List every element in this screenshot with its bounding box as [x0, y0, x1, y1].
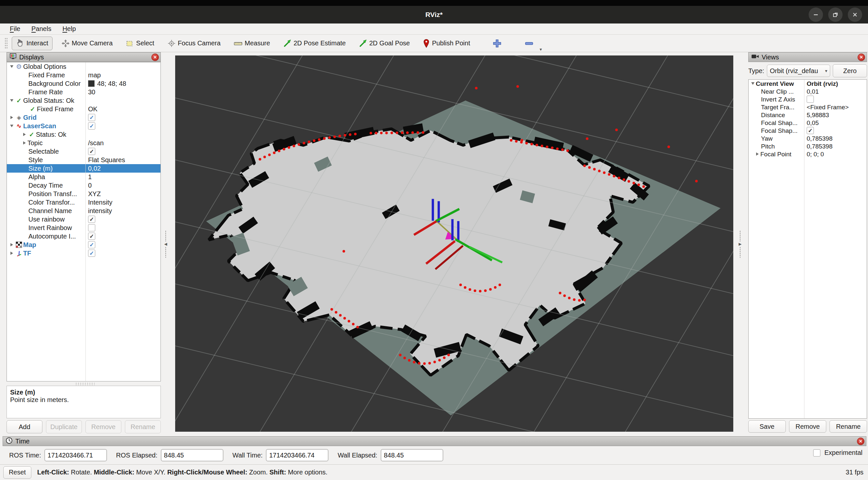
property-value[interactable]: 1: [88, 173, 92, 181]
checkbox-checked[interactable]: ✓: [88, 241, 95, 248]
menu-help[interactable]: Help: [62, 25, 76, 33]
expander-closed-icon[interactable]: [9, 116, 15, 119]
expander-open-icon[interactable]: [9, 99, 15, 102]
property-value[interactable]: map: [88, 71, 101, 79]
tool-minus-tool[interactable]: ▾: [520, 36, 538, 51]
expander-closed-icon[interactable]: [9, 243, 15, 246]
displays-row-invert-rainbow[interactable]: Invert Rainbow: [7, 223, 160, 232]
displays-row-color-transfor-[interactable]: Color Transfor...Intensity: [7, 198, 160, 207]
displays-add-button[interactable]: Add: [6, 420, 42, 433]
views-row-focal-shap-[interactable]: Focal Shap...✓: [749, 127, 867, 134]
displays-row-grid[interactable]: ◈Grid✓: [7, 113, 160, 122]
displays-row-position-transf-[interactable]: Position Transf...XYZ: [7, 189, 160, 198]
views-rename-button[interactable]: Rename: [830, 420, 867, 433]
time-field-input[interactable]: [266, 449, 329, 461]
displays-row-map[interactable]: Map✓: [7, 240, 160, 249]
property-value[interactable]: Orbit (rviz): [807, 80, 838, 87]
property-value[interactable]: <Fixed Frame>: [807, 103, 849, 111]
displays-row-laserscan[interactable]: ∿LaserScan✓: [7, 122, 160, 130]
time-close-button[interactable]: ✕: [857, 438, 864, 445]
displays-row-background-color[interactable]: Background Color48; 48; 48: [7, 79, 160, 88]
checkbox-checked[interactable]: ✓: [88, 122, 95, 129]
tool-publish-point[interactable]: Publish Point: [418, 36, 474, 51]
displays-row-style[interactable]: StyleFlat Squares: [7, 156, 160, 164]
displays-row-size-m-[interactable]: Size (m)0,02: [7, 164, 160, 173]
toolbar-drag-handle[interactable]: [5, 37, 8, 49]
property-value[interactable]: OK: [88, 105, 97, 113]
views-row-near-clip-[interactable]: Near Clip ...0,01: [749, 87, 867, 95]
property-value[interactable]: 0,05: [807, 119, 819, 127]
checkbox-unchecked[interactable]: [807, 96, 814, 103]
checkbox-checked[interactable]: ✓: [807, 127, 814, 134]
close-button[interactable]: [848, 7, 862, 22]
property-value[interactable]: 30: [88, 88, 95, 96]
property-value[interactable]: 0,02: [88, 164, 101, 173]
tool-2d-goal-pose[interactable]: 2D Goal Pose: [354, 36, 414, 50]
views-row-focal-point[interactable]: Focal Point0; 0; 0: [749, 150, 867, 158]
expander-open-icon[interactable]: [9, 125, 15, 127]
views-row-pitch[interactable]: Pitch0,785398: [749, 142, 867, 150]
displays-row-frame-rate[interactable]: Frame Rate30: [7, 88, 160, 96]
tool-plus-tool[interactable]: [488, 36, 506, 51]
menu-panels[interactable]: Panels: [31, 25, 51, 33]
property-value[interactable]: Flat Squares: [88, 156, 125, 164]
expander-closed-icon[interactable]: [22, 133, 27, 136]
checkbox-checked[interactable]: ✓: [88, 250, 95, 257]
checkbox-unchecked[interactable]: [88, 224, 95, 231]
displays-resize-handle[interactable]: [75, 383, 95, 385]
tool-interact[interactable]: Interact: [12, 36, 53, 50]
tool-select[interactable]: Select: [121, 36, 158, 50]
tool-focus-camera[interactable]: Focus Camera: [163, 36, 225, 50]
property-value[interactable]: /scan: [88, 139, 104, 147]
displays-row-decay-time[interactable]: Decay Time0: [7, 181, 160, 189]
expander-closed-icon[interactable]: [22, 141, 27, 145]
expander-open-icon[interactable]: [9, 65, 15, 68]
property-value[interactable]: 0,01: [807, 88, 819, 95]
expander-closed-icon[interactable]: [754, 152, 761, 156]
views-row-current-view[interactable]: Current ViewOrbit (rviz): [749, 80, 867, 87]
expander-open-icon[interactable]: [750, 82, 756, 85]
displays-row-fixed-frame[interactable]: ✓Fixed FrameOK: [7, 105, 160, 113]
property-value[interactable]: intensity: [88, 207, 112, 215]
displays-row-selectable[interactable]: Selectable✓: [7, 147, 160, 156]
displays-column-divider[interactable]: [86, 62, 86, 381]
displays-row-status-ok[interactable]: ✓Status: Ok: [7, 130, 160, 139]
displays-row-fixed-frame[interactable]: Fixed Framemap: [7, 71, 160, 79]
time-field-input[interactable]: [161, 449, 223, 461]
views-close-button[interactable]: ✕: [858, 54, 865, 61]
property-value[interactable]: 0; 0; 0: [807, 150, 824, 158]
minimize-button[interactable]: [809, 7, 823, 22]
displays-row-use-rainbow[interactable]: Use rainbow✓: [7, 215, 160, 223]
property-value[interactable]: XYZ: [88, 190, 101, 198]
reset-button[interactable]: Reset: [3, 466, 31, 479]
property-value[interactable]: 5,98883: [807, 111, 829, 119]
time-field-input[interactable]: [44, 449, 107, 461]
checkbox-checked[interactable]: ✓: [88, 233, 95, 240]
right-splitter-handle[interactable]: ►: [736, 224, 744, 264]
checkbox-checked[interactable]: ✓: [88, 148, 95, 155]
views-row-focal-shap-[interactable]: Focal Shap...0,05: [749, 119, 867, 127]
tool-measure[interactable]: Measure: [229, 36, 274, 50]
menu-file[interactable]: File: [10, 25, 20, 33]
experimental-checkbox[interactable]: [813, 449, 820, 456]
tool-2d-pose-estimate[interactable]: 2D Pose Estimate: [279, 36, 350, 50]
displays-row-channel-name[interactable]: Channel Nameintensity: [7, 207, 160, 215]
displays-close-button[interactable]: ✕: [151, 54, 159, 61]
checkbox-checked[interactable]: ✓: [88, 216, 95, 223]
views-row-distance[interactable]: Distance5,98883: [749, 111, 867, 119]
property-value[interactable]: Intensity: [88, 199, 112, 207]
displays-row-global-options[interactable]: ⚙Global Options: [7, 62, 160, 71]
left-splitter-handle[interactable]: ◄: [161, 224, 170, 264]
views-row-target-fra-[interactable]: Target Fra...<Fixed Frame>: [749, 103, 867, 111]
property-value[interactable]: 0,785398: [807, 135, 832, 142]
time-field-input[interactable]: [381, 449, 443, 461]
views-save-button[interactable]: Save: [748, 420, 786, 433]
zero-button[interactable]: Zero: [833, 64, 867, 77]
displays-row-topic[interactable]: Topic/scan: [7, 139, 160, 147]
restore-button[interactable]: [828, 7, 842, 22]
property-value[interactable]: 0,785398: [807, 143, 832, 150]
checkbox-checked[interactable]: ✓: [88, 114, 95, 121]
views-row-yaw[interactable]: Yaw0,785398: [749, 134, 867, 142]
displays-row-tf[interactable]: TF✓: [7, 249, 160, 258]
displays-row-global-status-ok[interactable]: ✓Global Status: Ok: [7, 96, 160, 105]
